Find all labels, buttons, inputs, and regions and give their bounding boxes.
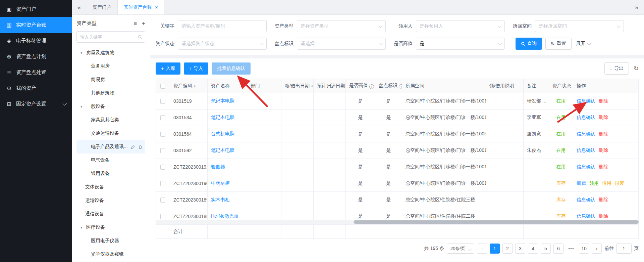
asset-name-link[interactable]: 验血器 bbox=[211, 164, 225, 169]
filter-select[interactable]: 选择资产类型 bbox=[297, 20, 386, 32]
confirm-info-action[interactable]: 信息确认 bbox=[577, 115, 595, 120]
tree-node[interactable]: 光学仪器及窥镜 bbox=[76, 248, 145, 261]
add-asset-button[interactable]: + 入库 bbox=[156, 62, 180, 75]
sidebar-item[interactable]: ◈电子标签管理 bbox=[0, 33, 72, 49]
page-button[interactable]: 10 bbox=[579, 244, 589, 254]
delete-action[interactable]: 删除 bbox=[599, 98, 608, 103]
row-checkbox[interactable] bbox=[160, 181, 165, 186]
delete-action[interactable]: 删除 bbox=[599, 213, 608, 219]
tree-node[interactable]: ▾一般设备 bbox=[76, 100, 145, 113]
sidebar-item[interactable]: ≣资产盘点处置 bbox=[0, 64, 72, 80]
confirm-info-action[interactable]: 信息确认 bbox=[577, 213, 595, 219]
delete-action[interactable]: 删除 bbox=[599, 164, 608, 169]
select-all-checkbox[interactable] bbox=[160, 84, 165, 89]
tree-node[interactable]: 医用电子仪器 bbox=[76, 234, 145, 248]
reset-button[interactable]: ↻ 重置 bbox=[545, 38, 572, 50]
sidebar-item[interactable]: ▥实时资产台账 bbox=[0, 17, 72, 33]
confirm-info-action[interactable]: 信息确认 bbox=[577, 197, 595, 202]
scrap-action[interactable]: 报废 bbox=[615, 180, 624, 186]
page-button[interactable]: 1 bbox=[490, 244, 500, 254]
tree-node[interactable]: ▾医疗设备 bbox=[76, 221, 145, 234]
row-checkbox[interactable] bbox=[160, 99, 165, 104]
sort-icon[interactable]: ▲▼ bbox=[194, 84, 196, 88]
row-checkbox[interactable] bbox=[160, 214, 165, 219]
export-button[interactable]: ↓ 导出 bbox=[604, 62, 629, 75]
tree-node[interactable]: 业务用房 bbox=[76, 59, 145, 73]
caret-down-icon[interactable]: ▾ bbox=[80, 104, 86, 109]
asset-name-link[interactable]: 笔记本电脑 bbox=[211, 147, 234, 153]
tabs-scroll-right-icon[interactable]: » bbox=[629, 0, 644, 14]
sidebar-item[interactable]: ⊙我的资产 bbox=[0, 80, 72, 96]
prev-page-button[interactable]: ‹ bbox=[477, 244, 487, 254]
delete-action[interactable]: 删除 bbox=[599, 131, 608, 136]
page-button[interactable]: 5 bbox=[541, 244, 551, 254]
batch-confirm-button[interactable]: 批量信息确认 bbox=[212, 62, 251, 75]
tabs-scroll-left-icon[interactable]: « bbox=[72, 0, 87, 14]
claim-action[interactable]: 领用 bbox=[589, 180, 599, 186]
filter-select[interactable]: 请选择资产状态 bbox=[178, 38, 267, 50]
confirm-info-action[interactable]: 信息确认 bbox=[577, 164, 595, 169]
tree-node[interactable]: 交通运输设备 bbox=[76, 127, 145, 140]
tree-search-input[interactable] bbox=[76, 31, 145, 43]
scrollbar-thumb[interactable] bbox=[354, 220, 639, 224]
tree-node[interactable]: 电子产品及通讯... bbox=[76, 140, 145, 154]
borrow-action[interactable]: 借用 bbox=[602, 180, 611, 186]
tree-node[interactable]: 简易房 bbox=[76, 73, 145, 86]
tree-node[interactable]: 通用设备 bbox=[76, 167, 145, 180]
close-icon[interactable]: × bbox=[155, 5, 158, 10]
caret-down-icon[interactable]: ▾ bbox=[80, 225, 86, 230]
row-checkbox[interactable] bbox=[160, 115, 165, 120]
page-button[interactable]: 3 bbox=[515, 244, 525, 254]
category-list-icon[interactable]: ≡ bbox=[133, 20, 137, 26]
delete-action[interactable]: 删除 bbox=[599, 197, 608, 202]
tree-node[interactable]: 其他建筑物 bbox=[76, 86, 145, 100]
delete-action[interactable]: 删除 bbox=[599, 147, 608, 153]
asset-name-link[interactable]: 台式机电脑 bbox=[211, 131, 234, 136]
tree-node[interactable]: ▾房屋及建筑物 bbox=[76, 46, 145, 59]
confirm-info-action[interactable]: 信息确认 bbox=[577, 98, 595, 103]
refresh-icon[interactable]: ↻ bbox=[634, 66, 639, 72]
filter-select[interactable]: 选择领用人 bbox=[416, 20, 505, 32]
delete-action[interactable]: 删除 bbox=[599, 115, 608, 120]
row-checkbox[interactable] bbox=[160, 165, 165, 170]
confirm-info-action[interactable]: 信息确认 bbox=[577, 131, 595, 136]
tab-item[interactable]: 资产门户 bbox=[87, 0, 118, 14]
add-category-icon[interactable]: + bbox=[142, 20, 145, 26]
horizontal-scrollbar[interactable] bbox=[156, 220, 639, 224]
import-button[interactable]: ↑ 导入 bbox=[184, 62, 208, 75]
tree-node[interactable]: 电气设备 bbox=[76, 154, 145, 167]
tree-node[interactable]: 文体设备 bbox=[76, 180, 145, 194]
asset-name-link[interactable]: 笔记本电脑 bbox=[211, 98, 234, 103]
page-button[interactable]: 6 bbox=[553, 244, 564, 254]
filter-select[interactable]: 是 bbox=[416, 38, 505, 50]
trash-icon[interactable] bbox=[138, 145, 143, 149]
tree-node[interactable]: 运输设备 bbox=[76, 194, 145, 207]
info-icon[interactable]: i bbox=[369, 84, 374, 89]
search-button[interactable]: 查询 bbox=[516, 38, 542, 50]
edit-action[interactable]: 编辑 bbox=[577, 180, 586, 186]
confirm-info-action[interactable]: 信息确认 bbox=[577, 147, 595, 153]
info-icon[interactable]: i bbox=[399, 84, 402, 89]
filter-select[interactable]: 请选择 bbox=[297, 38, 386, 50]
page-button[interactable]: 4 bbox=[528, 244, 538, 254]
asset-name-link[interactable]: He-Ne激光血 bbox=[211, 213, 238, 219]
more-pages-button[interactable]: ••• bbox=[566, 244, 576, 254]
asset-name-link[interactable]: 实木书柜 bbox=[211, 197, 230, 202]
row-checkbox[interactable] bbox=[160, 132, 165, 137]
caret-down-icon[interactable]: ▾ bbox=[80, 51, 86, 55]
sidebar-item[interactable]: ▣资产门户 bbox=[0, 1, 72, 17]
filter-input[interactable]: 请输入资产名称/编码 bbox=[178, 20, 267, 32]
filter-select[interactable]: 选择所属空间 bbox=[535, 20, 624, 32]
sidebar-item[interactable]: ⊞固定资产设置 bbox=[0, 96, 72, 112]
asset-name-link[interactable]: 笔记本电脑 bbox=[211, 115, 234, 120]
expand-filters-button[interactable]: 展开 bbox=[576, 41, 591, 47]
tree-node[interactable]: 家具及其它类 bbox=[76, 113, 145, 127]
sort-icon[interactable]: ▲▼ bbox=[311, 84, 313, 88]
page-button[interactable]: 2 bbox=[502, 244, 513, 254]
row-checkbox[interactable] bbox=[160, 198, 165, 203]
next-page-button[interactable]: › bbox=[592, 244, 602, 254]
goto-page-input[interactable] bbox=[616, 244, 632, 254]
tree-node[interactable]: 通信设备 bbox=[76, 207, 145, 221]
edit-icon[interactable] bbox=[131, 145, 135, 149]
asset-name-link[interactable]: 中药材柜 bbox=[211, 180, 230, 186]
